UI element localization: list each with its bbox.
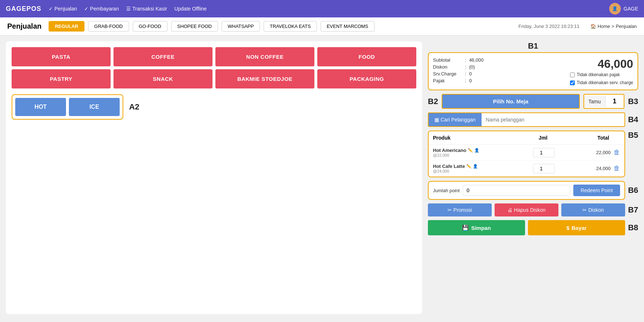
checkbox-srv-label: Tidak dikenakan serv. charge bbox=[577, 80, 633, 85]
page-title: Penjualan bbox=[7, 22, 41, 30]
diskon-button[interactable]: ✂ Diskon bbox=[561, 203, 625, 216]
point-input[interactable] bbox=[463, 185, 570, 196]
hapus-icon: 🖨 bbox=[507, 207, 512, 213]
label-b1: B1 bbox=[428, 41, 638, 51]
bayar-label: Bayar bbox=[571, 225, 587, 231]
points-section: Jumlah point Redeem Point B6 bbox=[428, 181, 638, 200]
item-info-1: Hot Americano ✏️ 👤 @22,000 bbox=[433, 148, 522, 157]
promosi-label: Promosi bbox=[453, 207, 472, 213]
cat-noncoffee[interactable]: NON COFFEE bbox=[215, 47, 314, 66]
bayar-button[interactable]: $ Bayar bbox=[528, 220, 625, 235]
item-name-1: Hot Americano ✏️ 👤 bbox=[433, 148, 522, 153]
promosi-button[interactable]: ✂ Promosi bbox=[428, 203, 492, 216]
cat-snack[interactable]: SNACK bbox=[113, 69, 212, 88]
right-panel: B1 Subtotal : 46,000 Diskon : (0) Srv.Ch… bbox=[428, 41, 638, 314]
diskon-label: Diskon bbox=[433, 64, 462, 70]
username: GAGE bbox=[624, 6, 638, 12]
temp-ice[interactable]: ICE bbox=[69, 98, 120, 116]
redeem-button[interactable]: Redeem Point bbox=[573, 185, 620, 196]
nav-transaksi-label: Transaksi Kasir bbox=[132, 6, 167, 12]
dollar-icon: $ bbox=[566, 225, 569, 231]
person-icon-2[interactable]: 👤 bbox=[473, 164, 478, 169]
customer-input[interactable] bbox=[482, 113, 624, 126]
pilih-meja-button[interactable]: Pilih No. Meja bbox=[442, 94, 580, 109]
table-row: Hot Americano ✏️ 👤 @22,000 22,000 🗑 bbox=[429, 145, 624, 161]
diskon-label: Diskon bbox=[588, 207, 604, 213]
col-total-header: Total bbox=[565, 135, 609, 141]
hapus-label: Hapus Diskon bbox=[514, 207, 545, 213]
nav-transaksi[interactable]: ☰ Transaksi Kasir bbox=[126, 6, 167, 12]
cat-packaging[interactable]: PACKAGING bbox=[317, 69, 416, 88]
home-icon: 🏠 bbox=[590, 24, 596, 29]
cat-pasta[interactable]: PASTA bbox=[12, 47, 111, 66]
navbar-right: 👤 GAGE bbox=[609, 3, 638, 15]
temp-hot[interactable]: HOT bbox=[15, 98, 66, 116]
tamu-box: Tamu 1 bbox=[583, 94, 624, 109]
order-header: Produk Jml Total bbox=[429, 131, 624, 145]
diskon-icon: ✂ bbox=[582, 207, 587, 213]
srv-label: Srv.Charge bbox=[433, 71, 462, 77]
tab-grabfood[interactable]: GRAB-FOOD bbox=[88, 21, 129, 32]
delete-button-2[interactable]: 🗑 bbox=[614, 165, 620, 172]
bottom-row: 💾 Simpan $ Bayar bbox=[428, 220, 625, 235]
edit-icon-2[interactable]: ✏️ bbox=[466, 164, 471, 169]
order-section: Produk Jml Total Hot Americano ✏️ 👤 @22,… bbox=[428, 131, 638, 177]
summary-section: B1 Subtotal : 46,000 Diskon : (0) Srv.Ch… bbox=[428, 41, 638, 90]
cari-pelanggan-button[interactable]: ▦ Cari Pelanggan bbox=[429, 113, 482, 126]
tab-regular[interactable]: REGULAR bbox=[49, 21, 84, 32]
label-b2: B2 bbox=[428, 97, 438, 106]
nav-penjualan-label: Penjualan bbox=[54, 6, 77, 12]
nav-pembayaran-label: Pembayaran bbox=[90, 6, 119, 12]
promosi-icon: ✂ bbox=[447, 207, 452, 213]
cat-coffee[interactable]: COFFEE bbox=[113, 47, 212, 66]
summary-box: Subtotal : 46,000 Diskon : (0) Srv.Charg… bbox=[428, 52, 638, 90]
cat-food[interactable]: FOOD bbox=[317, 47, 416, 66]
edit-icon-1[interactable]: ✏️ bbox=[468, 148, 473, 153]
bottom-section: 💾 Simpan $ Bayar B8 bbox=[428, 220, 638, 235]
temperature-section: HOT ICE bbox=[12, 94, 123, 120]
col-produk-header: Produk bbox=[433, 135, 521, 141]
nav-update[interactable]: Update Offline bbox=[174, 6, 207, 12]
tab-traveloka[interactable]: TRAVELOKA EATS bbox=[264, 21, 317, 32]
temperature-row: HOT ICE A2 bbox=[12, 94, 416, 120]
tab-gofood[interactable]: GO-FOOD bbox=[133, 21, 168, 32]
main-content: PASTA COFFEE NON COFFEE FOOD PASTRY SNAC… bbox=[0, 36, 644, 320]
diskon-row: Diskon : (0) bbox=[433, 64, 555, 70]
checkbox-srv[interactable] bbox=[570, 80, 575, 85]
cat-pastry[interactable]: PASTRY bbox=[12, 69, 111, 88]
summary-left: Subtotal : 46,000 Diskon : (0) Srv.Charg… bbox=[433, 57, 555, 85]
label-b7: B7 bbox=[628, 205, 638, 215]
tab-whatsapp[interactable]: WHATSAPP bbox=[222, 21, 260, 32]
nav-pembayaran[interactable]: ✓ Pembayaran bbox=[84, 6, 119, 12]
table-row: Hot Cafe Latte ✏️ 👤 @24,000 24,000 🗑 bbox=[429, 161, 624, 177]
person-icon-1[interactable]: 👤 bbox=[474, 148, 479, 153]
check-icon: ✓ bbox=[49, 6, 53, 12]
tab-shopee[interactable]: SHOPEE FOOD bbox=[171, 21, 218, 32]
tamu-value: 1 bbox=[606, 95, 624, 108]
nav-update-label: Update Offline bbox=[174, 6, 207, 12]
subtotal-value: 46,000 bbox=[469, 57, 484, 63]
left-panel: PASTA COFFEE NON COFFEE FOOD PASTRY SNAC… bbox=[6, 41, 422, 314]
checkbox-srv-row: Tidak dikenakan serv. charge bbox=[570, 80, 633, 85]
qty-input-2[interactable] bbox=[533, 164, 555, 173]
checkbox-pajak[interactable] bbox=[570, 73, 575, 77]
logo: GAGEPOS bbox=[6, 5, 41, 13]
nav-penjualan[interactable]: ✓ Penjualan bbox=[49, 6, 77, 12]
pajak-row: Pajak : 0 bbox=[433, 78, 555, 83]
breadcrumb-penjualan: Penjualan bbox=[616, 24, 637, 29]
delete-button-1[interactable]: 🗑 bbox=[614, 149, 620, 156]
cat-bakmie[interactable]: BAKMIE STOEDJOE bbox=[215, 69, 314, 88]
qty-input-1[interactable] bbox=[533, 148, 555, 157]
tab-event[interactable]: EVENT MARCOMS bbox=[321, 21, 375, 32]
pajak-value: 0 bbox=[469, 78, 472, 83]
subtotal-colon: : bbox=[465, 57, 466, 63]
item-total-2: 24,000 bbox=[566, 166, 610, 171]
points-row: Jumlah point Redeem Point bbox=[428, 181, 625, 200]
hapus-diskon-button[interactable]: 🖨 Hapus Diskon bbox=[495, 203, 558, 216]
simpan-button[interactable]: 💾 Simpan bbox=[428, 220, 525, 235]
breadcrumb: 🏠 Home > Penjualan bbox=[590, 24, 637, 29]
item-qty-2 bbox=[522, 164, 566, 173]
label-b5: B5 bbox=[628, 131, 638, 140]
actions-section: ✂ Promosi 🖨 Hapus Diskon ✂ Diskon B7 bbox=[428, 203, 638, 216]
item-qty-1 bbox=[522, 148, 566, 157]
